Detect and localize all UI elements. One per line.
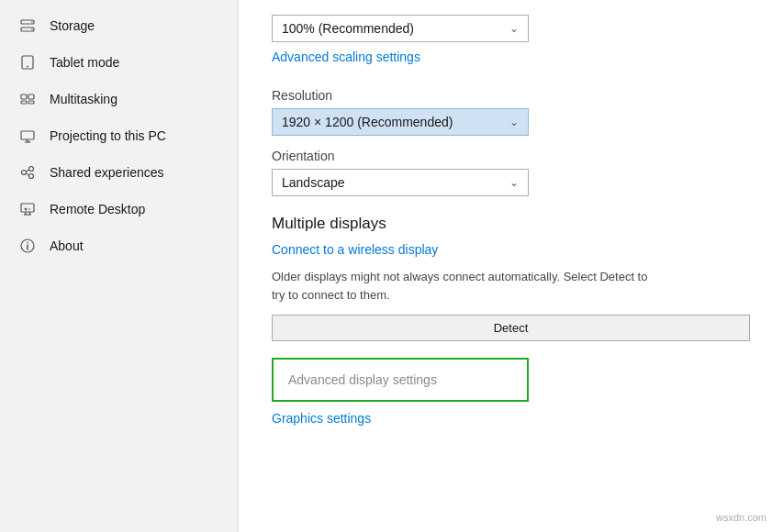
sidebar-item-storage[interactable]: Storage xyxy=(0,7,238,44)
svg-rect-8 xyxy=(21,101,27,104)
svg-rect-18 xyxy=(21,204,34,212)
multitasking-icon xyxy=(18,90,37,108)
scale-dropdown[interactable]: 100% (Recommended) ⌄ xyxy=(272,15,529,42)
sidebar-item-about[interactable]: About xyxy=(0,227,238,264)
sidebar-item-label-storage: Storage xyxy=(50,18,95,33)
sidebar-item-projecting[interactable]: Projecting to this PC xyxy=(0,117,238,154)
svg-point-27 xyxy=(27,242,28,244)
resolution-dropdown[interactable]: 1920 × 1200 (Recommended) ⌄ xyxy=(272,108,529,136)
svg-point-14 xyxy=(29,167,34,172)
main-content: 100% (Recommended) ⌄ Advanced scaling se… xyxy=(239,0,783,532)
sidebar-item-label-about: About xyxy=(50,238,84,253)
svg-point-13 xyxy=(22,171,27,175)
svg-line-16 xyxy=(26,170,29,172)
orientation-label: Orientation xyxy=(272,149,750,163)
resolution-value: 1920 × 1200 (Recommended) xyxy=(282,115,453,129)
resolution-chevron-icon: ⌄ xyxy=(509,116,519,128)
sidebar-item-label-projecting: Projecting to this PC xyxy=(50,128,166,143)
detect-button[interactable]: Detect xyxy=(272,315,750,341)
older-displays-description: Older displays might not always connect … xyxy=(272,268,657,304)
advanced-scaling-link[interactable]: Advanced scaling settings xyxy=(272,50,750,64)
svg-point-15 xyxy=(29,174,34,179)
sidebar-item-label-remote: Remote Desktop xyxy=(50,202,145,216)
advanced-display-settings-box[interactable]: Advanced display settings xyxy=(272,358,529,402)
scale-chevron-icon: ⌄ xyxy=(509,22,519,35)
advanced-display-label: Advanced display settings xyxy=(288,372,437,387)
orientation-dropdown[interactable]: Landscape ⌄ xyxy=(272,169,529,196)
tablet-icon xyxy=(18,53,37,72)
shared-experiences-icon xyxy=(18,163,37,182)
storage-icon xyxy=(18,17,37,35)
sidebar-item-tablet-mode[interactable]: Tablet mode xyxy=(0,44,238,81)
sidebar-item-label-shared: Shared experiences xyxy=(50,165,164,180)
about-icon xyxy=(18,237,37,255)
scale-value: 100% (Recommended) xyxy=(282,21,414,36)
svg-rect-6 xyxy=(21,94,27,99)
sidebar-item-label-tablet: Tablet mode xyxy=(50,55,119,70)
sidebar-item-remote-desktop[interactable]: Remote Desktop xyxy=(0,191,238,227)
sidebar-item-label-multitasking: Multitasking xyxy=(50,92,117,106)
connect-wireless-link[interactable]: Connect to a wireless display xyxy=(272,242,750,257)
svg-rect-9 xyxy=(28,101,34,104)
resolution-label: Resolution xyxy=(272,88,750,103)
svg-rect-10 xyxy=(21,131,34,139)
sidebar: Storage Tablet mode Multitasking xyxy=(0,0,239,532)
graphics-settings-link[interactable]: Graphics settings xyxy=(272,411,750,426)
projecting-icon xyxy=(18,127,37,145)
sidebar-item-shared-experiences[interactable]: Shared experiences xyxy=(0,154,238,191)
sidebar-item-multitasking[interactable]: Multitasking xyxy=(0,81,238,117)
svg-line-17 xyxy=(26,173,29,175)
remote-desktop-icon xyxy=(18,200,37,218)
multiple-displays-header: Multiple displays xyxy=(272,215,750,233)
svg-rect-7 xyxy=(28,94,34,99)
orientation-chevron-icon: ⌄ xyxy=(509,176,519,189)
orientation-value: Landscape xyxy=(282,175,345,190)
